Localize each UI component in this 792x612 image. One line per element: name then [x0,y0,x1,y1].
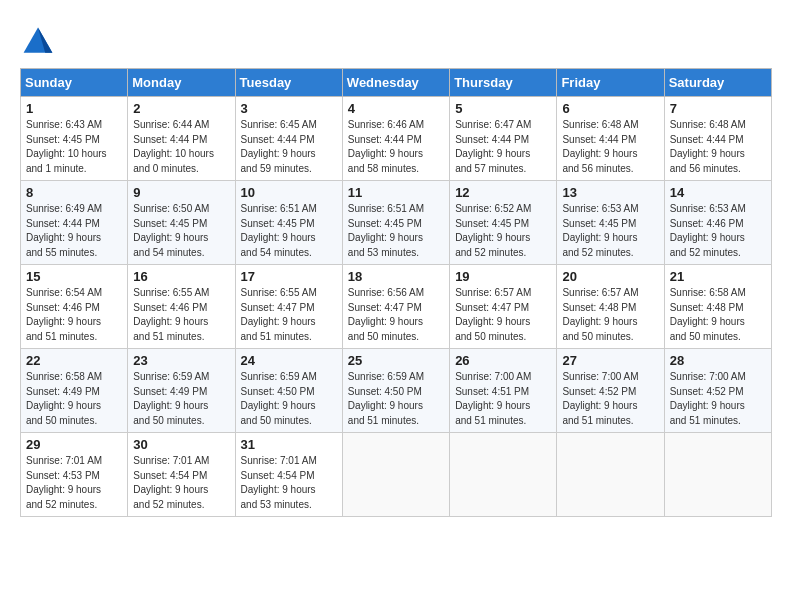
calendar-cell [450,433,557,517]
day-info: Sunrise: 7:01 AMSunset: 4:54 PMDaylight:… [133,454,229,512]
day-number: 26 [455,353,551,368]
calendar-cell [557,433,664,517]
calendar-cell: 29Sunrise: 7:01 AMSunset: 4:53 PMDayligh… [21,433,128,517]
page-header [20,20,772,60]
day-number: 19 [455,269,551,284]
day-number: 20 [562,269,658,284]
calendar-cell [664,433,771,517]
calendar-cell: 25Sunrise: 6:59 AMSunset: 4:50 PMDayligh… [342,349,449,433]
calendar-cell: 28Sunrise: 7:00 AMSunset: 4:52 PMDayligh… [664,349,771,433]
day-number: 6 [562,101,658,116]
calendar-cell: 22Sunrise: 6:58 AMSunset: 4:49 PMDayligh… [21,349,128,433]
day-number: 2 [133,101,229,116]
calendar-cell: 7Sunrise: 6:48 AMSunset: 4:44 PMDaylight… [664,97,771,181]
day-info: Sunrise: 6:50 AMSunset: 4:45 PMDaylight:… [133,202,229,260]
day-info: Sunrise: 6:52 AMSunset: 4:45 PMDaylight:… [455,202,551,260]
logo-icon [20,24,56,60]
day-number: 29 [26,437,122,452]
weekday-header-row: SundayMondayTuesdayWednesdayThursdayFrid… [21,69,772,97]
calendar-cell: 13Sunrise: 6:53 AMSunset: 4:45 PMDayligh… [557,181,664,265]
calendar-cell: 12Sunrise: 6:52 AMSunset: 4:45 PMDayligh… [450,181,557,265]
calendar-cell: 6Sunrise: 6:48 AMSunset: 4:44 PMDaylight… [557,97,664,181]
calendar-cell: 8Sunrise: 6:49 AMSunset: 4:44 PMDaylight… [21,181,128,265]
day-info: Sunrise: 6:44 AMSunset: 4:44 PMDaylight:… [133,118,229,176]
calendar-cell: 3Sunrise: 6:45 AMSunset: 4:44 PMDaylight… [235,97,342,181]
day-number: 25 [348,353,444,368]
calendar-cell: 31Sunrise: 7:01 AMSunset: 4:54 PMDayligh… [235,433,342,517]
calendar-cell: 1Sunrise: 6:43 AMSunset: 4:45 PMDaylight… [21,97,128,181]
weekday-header-thursday: Thursday [450,69,557,97]
calendar-cell: 2Sunrise: 6:44 AMSunset: 4:44 PMDaylight… [128,97,235,181]
weekday-header-friday: Friday [557,69,664,97]
weekday-header-monday: Monday [128,69,235,97]
day-number: 4 [348,101,444,116]
day-info: Sunrise: 6:45 AMSunset: 4:44 PMDaylight:… [241,118,337,176]
day-number: 1 [26,101,122,116]
day-number: 28 [670,353,766,368]
day-info: Sunrise: 6:58 AMSunset: 4:49 PMDaylight:… [26,370,122,428]
weekday-header-wednesday: Wednesday [342,69,449,97]
day-info: Sunrise: 6:48 AMSunset: 4:44 PMDaylight:… [562,118,658,176]
day-number: 11 [348,185,444,200]
calendar-cell: 17Sunrise: 6:55 AMSunset: 4:47 PMDayligh… [235,265,342,349]
day-info: Sunrise: 6:53 AMSunset: 4:46 PMDaylight:… [670,202,766,260]
day-number: 13 [562,185,658,200]
day-info: Sunrise: 6:51 AMSunset: 4:45 PMDaylight:… [348,202,444,260]
calendar-cell: 5Sunrise: 6:47 AMSunset: 4:44 PMDaylight… [450,97,557,181]
calendar-cell: 23Sunrise: 6:59 AMSunset: 4:49 PMDayligh… [128,349,235,433]
day-info: Sunrise: 7:01 AMSunset: 4:53 PMDaylight:… [26,454,122,512]
day-info: Sunrise: 6:47 AMSunset: 4:44 PMDaylight:… [455,118,551,176]
day-number: 30 [133,437,229,452]
day-info: Sunrise: 6:54 AMSunset: 4:46 PMDaylight:… [26,286,122,344]
weekday-header-saturday: Saturday [664,69,771,97]
day-number: 12 [455,185,551,200]
calendar-cell: 14Sunrise: 6:53 AMSunset: 4:46 PMDayligh… [664,181,771,265]
calendar-cell: 9Sunrise: 6:50 AMSunset: 4:45 PMDaylight… [128,181,235,265]
day-info: Sunrise: 6:59 AMSunset: 4:50 PMDaylight:… [348,370,444,428]
calendar-cell: 18Sunrise: 6:56 AMSunset: 4:47 PMDayligh… [342,265,449,349]
day-number: 17 [241,269,337,284]
calendar-cell: 26Sunrise: 7:00 AMSunset: 4:51 PMDayligh… [450,349,557,433]
calendar-cell: 24Sunrise: 6:59 AMSunset: 4:50 PMDayligh… [235,349,342,433]
day-info: Sunrise: 6:46 AMSunset: 4:44 PMDaylight:… [348,118,444,176]
day-number: 15 [26,269,122,284]
day-info: Sunrise: 7:00 AMSunset: 4:52 PMDaylight:… [670,370,766,428]
calendar-cell: 4Sunrise: 6:46 AMSunset: 4:44 PMDaylight… [342,97,449,181]
day-number: 22 [26,353,122,368]
day-number: 18 [348,269,444,284]
day-info: Sunrise: 6:57 AMSunset: 4:47 PMDaylight:… [455,286,551,344]
day-info: Sunrise: 6:58 AMSunset: 4:48 PMDaylight:… [670,286,766,344]
day-number: 7 [670,101,766,116]
calendar-cell: 21Sunrise: 6:58 AMSunset: 4:48 PMDayligh… [664,265,771,349]
day-number: 5 [455,101,551,116]
day-number: 31 [241,437,337,452]
calendar-cell: 15Sunrise: 6:54 AMSunset: 4:46 PMDayligh… [21,265,128,349]
day-info: Sunrise: 7:00 AMSunset: 4:51 PMDaylight:… [455,370,551,428]
week-row-5: 29Sunrise: 7:01 AMSunset: 4:53 PMDayligh… [21,433,772,517]
logo [20,24,60,60]
weekday-header-sunday: Sunday [21,69,128,97]
day-number: 3 [241,101,337,116]
day-info: Sunrise: 6:48 AMSunset: 4:44 PMDaylight:… [670,118,766,176]
week-row-1: 1Sunrise: 6:43 AMSunset: 4:45 PMDaylight… [21,97,772,181]
day-info: Sunrise: 7:00 AMSunset: 4:52 PMDaylight:… [562,370,658,428]
calendar-cell [342,433,449,517]
calendar-cell: 27Sunrise: 7:00 AMSunset: 4:52 PMDayligh… [557,349,664,433]
day-number: 16 [133,269,229,284]
day-info: Sunrise: 6:59 AMSunset: 4:50 PMDaylight:… [241,370,337,428]
day-number: 27 [562,353,658,368]
day-info: Sunrise: 6:51 AMSunset: 4:45 PMDaylight:… [241,202,337,260]
weekday-header-tuesday: Tuesday [235,69,342,97]
day-number: 9 [133,185,229,200]
day-info: Sunrise: 6:59 AMSunset: 4:49 PMDaylight:… [133,370,229,428]
calendar-cell: 11Sunrise: 6:51 AMSunset: 4:45 PMDayligh… [342,181,449,265]
day-number: 24 [241,353,337,368]
day-number: 8 [26,185,122,200]
day-number: 10 [241,185,337,200]
calendar-cell: 30Sunrise: 7:01 AMSunset: 4:54 PMDayligh… [128,433,235,517]
calendar-cell: 20Sunrise: 6:57 AMSunset: 4:48 PMDayligh… [557,265,664,349]
day-info: Sunrise: 6:56 AMSunset: 4:47 PMDaylight:… [348,286,444,344]
week-row-4: 22Sunrise: 6:58 AMSunset: 4:49 PMDayligh… [21,349,772,433]
day-number: 21 [670,269,766,284]
calendar-cell: 19Sunrise: 6:57 AMSunset: 4:47 PMDayligh… [450,265,557,349]
